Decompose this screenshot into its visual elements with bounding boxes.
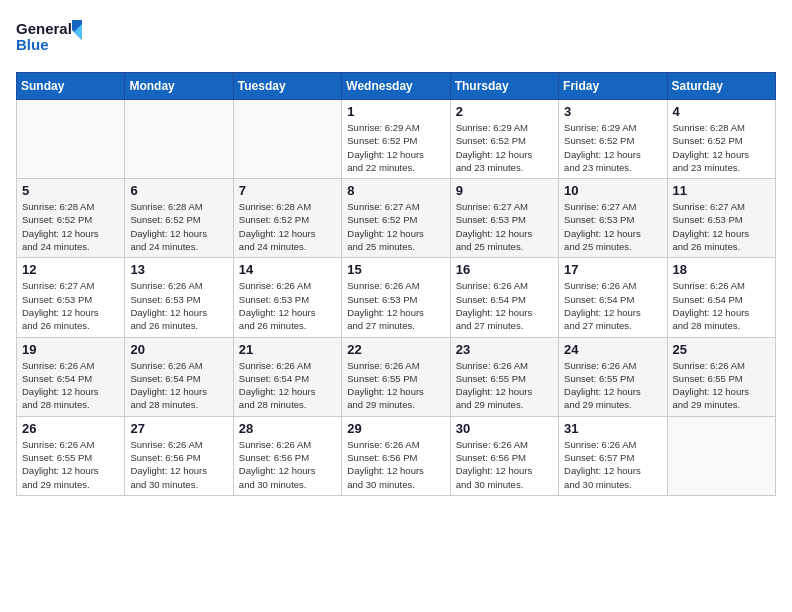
- day-number: 3: [564, 104, 661, 119]
- day-number: 15: [347, 262, 444, 277]
- calendar-cell: 18Sunrise: 6:26 AM Sunset: 6:54 PM Dayli…: [667, 258, 775, 337]
- calendar-cell: [17, 100, 125, 179]
- day-number: 12: [22, 262, 119, 277]
- calendar-cell: 15Sunrise: 6:26 AM Sunset: 6:53 PM Dayli…: [342, 258, 450, 337]
- calendar-cell: 26Sunrise: 6:26 AM Sunset: 6:55 PM Dayli…: [17, 416, 125, 495]
- calendar-cell: 11Sunrise: 6:27 AM Sunset: 6:53 PM Dayli…: [667, 179, 775, 258]
- day-number: 7: [239, 183, 336, 198]
- calendar-cell: 16Sunrise: 6:26 AM Sunset: 6:54 PM Dayli…: [450, 258, 558, 337]
- day-info: Sunrise: 6:26 AM Sunset: 6:56 PM Dayligh…: [456, 438, 553, 491]
- calendar-cell: 5Sunrise: 6:28 AM Sunset: 6:52 PM Daylig…: [17, 179, 125, 258]
- day-info: Sunrise: 6:26 AM Sunset: 6:54 PM Dayligh…: [239, 359, 336, 412]
- day-number: 2: [456, 104, 553, 119]
- day-info: Sunrise: 6:26 AM Sunset: 6:54 PM Dayligh…: [564, 279, 661, 332]
- day-number: 18: [673, 262, 770, 277]
- calendar-cell: [667, 416, 775, 495]
- calendar-cell: 19Sunrise: 6:26 AM Sunset: 6:54 PM Dayli…: [17, 337, 125, 416]
- day-number: 5: [22, 183, 119, 198]
- day-number: 19: [22, 342, 119, 357]
- calendar-cell: 13Sunrise: 6:26 AM Sunset: 6:53 PM Dayli…: [125, 258, 233, 337]
- logo-svg: General Blue: [16, 16, 86, 60]
- calendar-cell: 31Sunrise: 6:26 AM Sunset: 6:57 PM Dayli…: [559, 416, 667, 495]
- day-info: Sunrise: 6:26 AM Sunset: 6:55 PM Dayligh…: [22, 438, 119, 491]
- calendar-week-row: 19Sunrise: 6:26 AM Sunset: 6:54 PM Dayli…: [17, 337, 776, 416]
- day-number: 23: [456, 342, 553, 357]
- calendar-cell: 3Sunrise: 6:29 AM Sunset: 6:52 PM Daylig…: [559, 100, 667, 179]
- calendar-cell: 23Sunrise: 6:26 AM Sunset: 6:55 PM Dayli…: [450, 337, 558, 416]
- weekday-header: Wednesday: [342, 73, 450, 100]
- calendar-cell: 24Sunrise: 6:26 AM Sunset: 6:55 PM Dayli…: [559, 337, 667, 416]
- day-info: Sunrise: 6:26 AM Sunset: 6:53 PM Dayligh…: [347, 279, 444, 332]
- day-number: 6: [130, 183, 227, 198]
- svg-text:Blue: Blue: [16, 36, 49, 53]
- calendar-cell: [125, 100, 233, 179]
- calendar-body: 1Sunrise: 6:29 AM Sunset: 6:52 PM Daylig…: [17, 100, 776, 496]
- day-info: Sunrise: 6:26 AM Sunset: 6:55 PM Dayligh…: [673, 359, 770, 412]
- day-number: 9: [456, 183, 553, 198]
- day-info: Sunrise: 6:26 AM Sunset: 6:54 PM Dayligh…: [130, 359, 227, 412]
- calendar-cell: 7Sunrise: 6:28 AM Sunset: 6:52 PM Daylig…: [233, 179, 341, 258]
- calendar-cell: 17Sunrise: 6:26 AM Sunset: 6:54 PM Dayli…: [559, 258, 667, 337]
- day-info: Sunrise: 6:26 AM Sunset: 6:53 PM Dayligh…: [130, 279, 227, 332]
- day-number: 1: [347, 104, 444, 119]
- day-number: 28: [239, 421, 336, 436]
- day-info: Sunrise: 6:28 AM Sunset: 6:52 PM Dayligh…: [673, 121, 770, 174]
- day-number: 25: [673, 342, 770, 357]
- day-number: 29: [347, 421, 444, 436]
- logo: General Blue: [16, 16, 86, 60]
- day-info: Sunrise: 6:29 AM Sunset: 6:52 PM Dayligh…: [456, 121, 553, 174]
- calendar-week-row: 5Sunrise: 6:28 AM Sunset: 6:52 PM Daylig…: [17, 179, 776, 258]
- day-info: Sunrise: 6:27 AM Sunset: 6:53 PM Dayligh…: [22, 279, 119, 332]
- day-info: Sunrise: 6:27 AM Sunset: 6:52 PM Dayligh…: [347, 200, 444, 253]
- calendar-cell: 12Sunrise: 6:27 AM Sunset: 6:53 PM Dayli…: [17, 258, 125, 337]
- calendar-cell: 14Sunrise: 6:26 AM Sunset: 6:53 PM Dayli…: [233, 258, 341, 337]
- calendar-table: SundayMondayTuesdayWednesdayThursdayFrid…: [16, 72, 776, 496]
- day-info: Sunrise: 6:26 AM Sunset: 6:53 PM Dayligh…: [239, 279, 336, 332]
- calendar-cell: 1Sunrise: 6:29 AM Sunset: 6:52 PM Daylig…: [342, 100, 450, 179]
- day-number: 31: [564, 421, 661, 436]
- calendar-cell: 22Sunrise: 6:26 AM Sunset: 6:55 PM Dayli…: [342, 337, 450, 416]
- day-number: 20: [130, 342, 227, 357]
- svg-text:General: General: [16, 20, 72, 37]
- day-number: 16: [456, 262, 553, 277]
- day-info: Sunrise: 6:27 AM Sunset: 6:53 PM Dayligh…: [456, 200, 553, 253]
- day-number: 27: [130, 421, 227, 436]
- calendar-cell: 25Sunrise: 6:26 AM Sunset: 6:55 PM Dayli…: [667, 337, 775, 416]
- day-number: 13: [130, 262, 227, 277]
- day-info: Sunrise: 6:28 AM Sunset: 6:52 PM Dayligh…: [22, 200, 119, 253]
- day-info: Sunrise: 6:28 AM Sunset: 6:52 PM Dayligh…: [130, 200, 227, 253]
- day-info: Sunrise: 6:26 AM Sunset: 6:56 PM Dayligh…: [239, 438, 336, 491]
- page-header: General Blue: [16, 16, 776, 60]
- calendar-cell: 2Sunrise: 6:29 AM Sunset: 6:52 PM Daylig…: [450, 100, 558, 179]
- day-info: Sunrise: 6:26 AM Sunset: 6:55 PM Dayligh…: [564, 359, 661, 412]
- day-info: Sunrise: 6:26 AM Sunset: 6:54 PM Dayligh…: [456, 279, 553, 332]
- day-info: Sunrise: 6:26 AM Sunset: 6:55 PM Dayligh…: [456, 359, 553, 412]
- weekday-header: Thursday: [450, 73, 558, 100]
- calendar-cell: 9Sunrise: 6:27 AM Sunset: 6:53 PM Daylig…: [450, 179, 558, 258]
- weekday-header: Friday: [559, 73, 667, 100]
- day-number: 22: [347, 342, 444, 357]
- day-info: Sunrise: 6:26 AM Sunset: 6:57 PM Dayligh…: [564, 438, 661, 491]
- day-number: 30: [456, 421, 553, 436]
- day-number: 8: [347, 183, 444, 198]
- calendar-cell: 20Sunrise: 6:26 AM Sunset: 6:54 PM Dayli…: [125, 337, 233, 416]
- weekday-header: Tuesday: [233, 73, 341, 100]
- day-info: Sunrise: 6:29 AM Sunset: 6:52 PM Dayligh…: [347, 121, 444, 174]
- weekday-header: Sunday: [17, 73, 125, 100]
- calendar-cell: 27Sunrise: 6:26 AM Sunset: 6:56 PM Dayli…: [125, 416, 233, 495]
- day-info: Sunrise: 6:26 AM Sunset: 6:54 PM Dayligh…: [673, 279, 770, 332]
- calendar-week-row: 26Sunrise: 6:26 AM Sunset: 6:55 PM Dayli…: [17, 416, 776, 495]
- day-info: Sunrise: 6:29 AM Sunset: 6:52 PM Dayligh…: [564, 121, 661, 174]
- day-number: 14: [239, 262, 336, 277]
- calendar-cell: 4Sunrise: 6:28 AM Sunset: 6:52 PM Daylig…: [667, 100, 775, 179]
- calendar-cell: 8Sunrise: 6:27 AM Sunset: 6:52 PM Daylig…: [342, 179, 450, 258]
- calendar-header: SundayMondayTuesdayWednesdayThursdayFrid…: [17, 73, 776, 100]
- day-info: Sunrise: 6:26 AM Sunset: 6:56 PM Dayligh…: [347, 438, 444, 491]
- weekday-row: SundayMondayTuesdayWednesdayThursdayFrid…: [17, 73, 776, 100]
- day-number: 4: [673, 104, 770, 119]
- calendar-cell: [233, 100, 341, 179]
- day-info: Sunrise: 6:27 AM Sunset: 6:53 PM Dayligh…: [673, 200, 770, 253]
- day-info: Sunrise: 6:28 AM Sunset: 6:52 PM Dayligh…: [239, 200, 336, 253]
- calendar-cell: 28Sunrise: 6:26 AM Sunset: 6:56 PM Dayli…: [233, 416, 341, 495]
- calendar-cell: 6Sunrise: 6:28 AM Sunset: 6:52 PM Daylig…: [125, 179, 233, 258]
